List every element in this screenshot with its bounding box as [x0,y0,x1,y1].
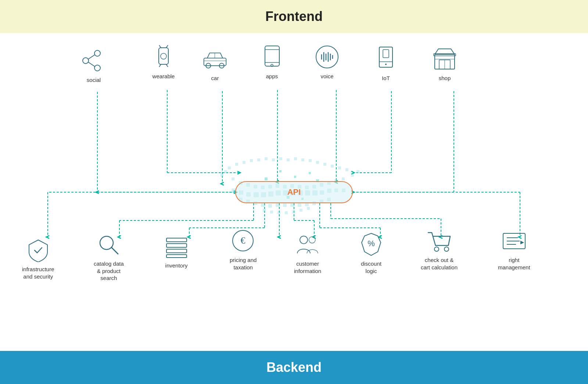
discount-icon: % [358,232,384,257]
svg-rect-49 [224,170,227,173]
voice-icon [314,44,340,70]
svg-marker-165 [520,241,524,244]
voice-label: voice [320,73,333,80]
svg-rect-91 [290,203,294,207]
svg-rect-67 [356,170,359,173]
node-voice: voice [314,44,340,80]
car-label: car [211,75,219,82]
svg-line-114 [88,55,95,59]
svg-rect-87 [261,203,265,207]
header: Frontend [0,0,588,33]
svg-point-156 [300,236,308,244]
svg-point-121 [161,53,166,59]
svg-line-115 [88,62,95,67]
svg-point-160 [444,247,449,251]
svg-rect-37 [272,158,275,161]
svg-rect-38 [279,157,282,160]
inventory-label: inventory [165,262,188,269]
catalog-label: catalog data& productsearch [94,260,124,282]
svg-rect-150 [166,238,187,242]
svg-rect-43 [316,161,319,164]
rights-icon [501,228,527,254]
footer: Backend [0,351,588,384]
api-box: API [235,181,353,203]
node-pricing: € pricing andtaxation [230,228,257,271]
svg-rect-98 [270,211,273,213]
customer-label: customerinformation [294,260,321,274]
svg-rect-45 [331,165,334,168]
svg-rect-34 [250,159,253,162]
svg-rect-107 [265,177,268,180]
svg-point-111 [83,58,89,64]
svg-point-157 [309,237,316,243]
svg-rect-151 [166,244,187,247]
svg-rect-97 [263,209,266,212]
node-car: car [202,46,228,82]
svg-rect-65 [342,177,345,180]
apps-label: apps [266,73,278,80]
node-rights: rightmanagement [498,228,530,271]
svg-rect-88 [268,204,272,208]
svg-rect-92 [298,203,301,207]
svg-rect-101 [292,211,295,213]
node-inventory: inventory [164,233,189,269]
pricing-label: pricing andtaxation [230,256,257,271]
iot-icon [373,46,399,72]
social-icon [81,48,107,73]
shop-icon [432,46,458,72]
node-social: social [81,48,107,84]
svg-point-159 [434,247,439,251]
svg-rect-50 [232,177,234,180]
apps-icon [259,44,285,70]
node-catalog: catalog data& productsearch [94,232,124,282]
customer-icon [295,232,320,257]
node-customer: customerinformation [294,232,321,274]
api-label: API [287,187,301,197]
checkout-label: check out &cart calculation [421,256,458,271]
svg-rect-40 [294,157,297,160]
svg-rect-48 [220,174,223,177]
svg-rect-102 [300,209,302,212]
svg-rect-42 [309,159,312,162]
discount-label: discountlogic [361,260,381,274]
svg-rect-46 [338,166,341,169]
node-iot: IoT [373,46,399,82]
inventory-icon [164,233,189,259]
svg-line-120 [166,64,168,67]
infrastructure-icon [25,237,51,263]
svg-point-142 [385,64,387,65]
svg-rect-116 [159,48,168,64]
node-shop: shop [432,46,458,82]
svg-rect-47 [345,168,348,171]
svg-rect-153 [166,255,187,258]
pricing-icon: € [230,228,256,254]
svg-rect-152 [166,249,187,253]
node-wearable: wearable [151,44,176,80]
svg-rect-32 [235,163,238,166]
social-label: social [87,76,101,84]
svg-rect-103 [307,207,310,210]
wearable-icon [151,44,176,70]
wearable-label: wearable [153,73,175,80]
svg-line-119 [159,64,161,67]
catalog-icon [96,232,122,257]
svg-rect-105 [294,176,296,178]
rights-label: rightmanagement [498,256,530,271]
svg-rect-104 [279,170,282,172]
svg-rect-90 [283,203,287,207]
svg-line-118 [166,45,168,48]
shop-label: shop [439,75,451,82]
node-discount: % discountlogic [358,232,384,274]
svg-point-112 [94,50,100,56]
svg-rect-99 [277,211,280,214]
svg-text:%: % [368,239,375,248]
svg-point-113 [94,65,100,71]
node-checkout: check out &cart calculation [421,228,458,271]
svg-point-131 [316,46,338,68]
svg-rect-41 [301,158,304,161]
svg-rect-66 [351,174,354,177]
svg-rect-36 [265,157,268,160]
svg-rect-122 [204,58,226,66]
svg-rect-31 [228,166,231,169]
svg-rect-33 [243,161,245,164]
